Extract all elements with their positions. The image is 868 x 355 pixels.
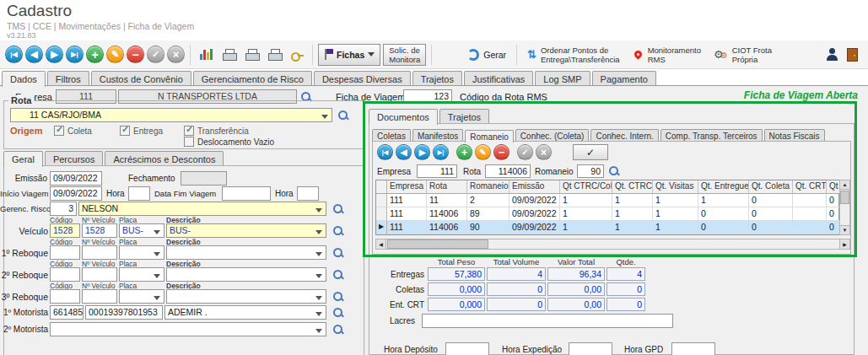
veiculo-numero-field[interactable]: 1528 [82,223,117,238]
reboque3-descricao-combobox[interactable] [166,289,326,304]
subtab-comp-transp-terceiros[interactable]: Comp. Transp. Terceiros [660,129,763,142]
tab-despesas-diversas[interactable]: Despesas Diversas [314,71,411,86]
hora-expedicao-field[interactable] [569,342,612,355]
column-header[interactable]: Romaneio [467,180,509,194]
motorista1-documento-field[interactable]: 00019397801953 [85,305,163,320]
tab-geral[interactable]: Geral [3,151,43,167]
table-row[interactable]: 111 114006 89 09/09/2022 1 1 1 0 0 0 [376,207,838,221]
ficha-viagem-field[interactable]: 123 [403,89,452,104]
scroll-up-button[interactable]: ▲ [839,180,850,190]
subtab-manifestos[interactable]: Manifestos [412,129,463,142]
transferencia-checkbox[interactable] [184,126,194,136]
scroll-right-button[interactable]: ▶ [839,239,850,250]
ciot-frota-button[interactable]: ⚙⚙ CIOT Frota Própria [709,45,777,65]
motorista1-codigo-field[interactable]: 661485 [50,305,84,320]
docs-nav-previous-button[interactable]: ◀ [396,144,412,160]
gerar-button[interactable]: Gerar [462,48,511,62]
emissao-field[interactable]: 09/09/2022 [50,171,102,186]
column-header[interactable]: Rota [427,180,467,194]
docs-empresa-field[interactable]: 111 [417,164,457,178]
subtab-conhec-coleta[interactable]: Conhec. (Coleta) [515,129,590,142]
hora-fim-field[interactable] [297,186,319,201]
docs-confirm-button[interactable]: ✓ [517,144,533,160]
veiculo-search-icon[interactable] [332,225,344,237]
gerenc-risco-search-icon[interactable] [332,203,344,215]
tab-filtros[interactable]: Filtros [47,71,89,86]
gerenc-risco-code-field[interactable]: 3 [50,202,77,216]
reboque2-descricao-combobox[interactable] [166,267,326,282]
veiculo-placa-combobox[interactable]: BUS- [119,223,164,238]
hora-inicio-field[interactable] [128,186,150,201]
print-button[interactable] [218,45,239,65]
exit-door-icon[interactable] [847,48,858,62]
ordenar-pontos-button[interactable]: ⇅ Ordenar Pontos de Entrega\Transferênci… [522,45,625,65]
gerenc-risco-combobox[interactable]: NELSON [78,202,326,216]
delete-button[interactable]: − [127,46,144,63]
subtab-notas-fiscais[interactable]: Notas Fiscais [764,129,825,142]
reboque2-search-icon[interactable] [332,269,344,281]
reboque1-placa-combobox[interactable] [119,245,164,260]
docs-edit-button[interactable]: ✎ [475,144,491,160]
tab-percursos[interactable]: Percursos [45,151,104,166]
reboque1-descricao-combobox[interactable] [166,245,326,260]
docs-cancel-button[interactable]: × [536,144,552,160]
access-button[interactable] [287,45,307,65]
column-header[interactable]: Qt. CTRC [612,180,653,194]
docs-nav-next-button[interactable]: ▶ [414,144,430,160]
hora-gpd-field[interactable] [671,342,715,355]
subtab-coletas[interactable]: Coletas [372,129,411,142]
docs-nav-last-button[interactable]: ▶| [433,144,449,160]
tab-dados[interactable]: Dados [2,71,46,87]
reboque3-placa-combobox[interactable] [119,289,164,304]
hscroll-thumb[interactable] [387,239,488,249]
scroll-down-button[interactable]: ▼ [839,225,850,235]
edit-button[interactable]: ✎ [106,46,124,63]
subtab-romaneio[interactable]: Romaneio [465,130,514,143]
rota-search-icon[interactable] [337,110,349,121]
column-header[interactable]: Qt [827,180,840,194]
reboque2-numero-field[interactable] [82,267,117,282]
nav-next-button[interactable]: ▶ [46,46,63,63]
tab-pagamento[interactable]: Pagamento [592,71,656,86]
column-header[interactable]: Qt CTRC/Col [560,180,612,194]
docs-search-icon[interactable] [608,165,620,177]
tab-documentos[interactable]: Documentos [369,109,438,125]
reboque3-search-icon[interactable] [332,291,344,303]
veiculo-codigo-field[interactable]: 1528 [50,223,80,238]
reboque2-placa-combobox[interactable] [119,267,164,282]
column-header[interactable]: Qt. Visitas [653,180,698,194]
rota-combobox[interactable]: 11 CAS/RJO/BMA [10,108,332,122]
column-header[interactable]: Qt. CRT [793,180,827,194]
nav-first-button[interactable]: |◀ [5,46,23,63]
docs-add-button[interactable]: + [456,144,472,160]
docs-romaneio-field[interactable]: 90 [577,164,604,178]
data-fim-viagem-field[interactable] [222,186,271,201]
table-row-selected[interactable]: ▶ 111 114006 90 09/09/2022 1 1 1 0 0 0 [376,221,838,234]
add-button[interactable]: + [86,46,104,63]
hora-deposito-field[interactable] [445,342,489,355]
entrega-checkbox[interactable] [120,126,130,136]
motorista2-search-icon[interactable] [332,324,344,336]
docs-nav-first-button[interactable]: |◀ [377,144,393,160]
cancel-button[interactable]: × [167,46,185,63]
tab-gerenciamento-risco[interactable]: Gerenciamento de Risco [193,71,312,86]
subtab-conhec-intern[interactable]: Conhec. Intern. [590,129,658,142]
motorista1-search-icon[interactable] [332,307,344,319]
veiculo-descricao-combobox[interactable]: BUS- [166,223,326,238]
motorista2-combobox[interactable] [50,322,326,336]
column-header[interactable]: Qt. Coleta [749,180,793,194]
column-header[interactable]: Qt. Entregue [698,180,749,194]
users-icon[interactable] [826,48,839,61]
fichas-button[interactable]: Fichas [318,44,380,66]
monitoramento-rms-button[interactable]: Monitoramento RMS [628,45,706,65]
reboque2-codigo-field[interactable] [50,267,80,282]
tab-log-smp[interactable]: Log SMP [535,71,590,86]
reboque1-codigo-field[interactable] [50,245,80,260]
print-preview-button[interactable] [241,45,261,65]
tab-custos-convenio[interactable]: Custos de Convênio [91,71,191,86]
tab-trajetos-doc[interactable]: Trajetos [439,109,489,124]
coleta-checkbox[interactable] [54,126,64,136]
chart-button[interactable] [196,45,216,65]
reboque3-codigo-field[interactable] [50,289,80,304]
docs-rota-field[interactable]: 114006 [485,164,531,178]
